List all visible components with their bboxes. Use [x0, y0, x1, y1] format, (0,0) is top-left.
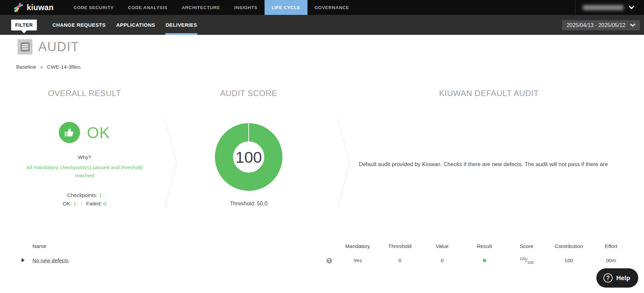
threshold-value: 50.0 — [257, 201, 267, 206]
tab-change-requests[interactable]: CHANGE REQUESTS — [47, 15, 111, 35]
checkpoints-value: 1 — [99, 192, 102, 198]
breadcrumb-current: CWE-14-3files — [47, 64, 81, 70]
threshold-label: Threshold: — [230, 201, 255, 206]
table-header-row: Name Mandatory Threshold Value Result Sc… — [14, 241, 639, 252]
overall-reason: All mandatory checkpoint(s) passed and t… — [26, 163, 143, 180]
overall-result-heading: OVERALL RESULT — [10, 89, 159, 98]
checkpoints-label: Checkpoints: — [67, 192, 98, 198]
date-range-value: 2025/04/13 - 2025/05/12 — [567, 22, 625, 28]
user-name-redacted — [583, 5, 623, 10]
cell-contribution: 100 — [548, 257, 590, 264]
question-circle-icon — [603, 273, 613, 283]
score-denominator: 100 — [527, 261, 534, 265]
checkpoint-name-link[interactable]: No new defects — [32, 257, 69, 263]
column-header-score: Score — [505, 243, 548, 249]
thumbs-up-icon — [59, 122, 80, 143]
nav-item-life-cycle[interactable]: LIFE CYCLE — [265, 0, 307, 15]
date-range-dropdown[interactable]: 2025/04/13 - 2025/05/12 — [562, 20, 640, 30]
section-separator-chevron — [337, 118, 351, 209]
overall-status-text: OK — [87, 123, 110, 142]
default-audit-heading: KIUWAN DEFAULT AUDIT — [359, 89, 619, 98]
chevron-down-icon — [630, 24, 635, 27]
list-lines-icon — [18, 39, 32, 54]
cell-result — [463, 257, 505, 264]
kiuwan-asterisk-icon — [14, 2, 24, 13]
breadcrumb-parent[interactable]: Baseline — [16, 64, 36, 70]
default-audit-description: Default audit provided by Kiuwan. Checks… — [359, 161, 644, 167]
column-header-mandatory: Mandatory — [337, 243, 379, 249]
checkpoints-table: Name Mandatory Threshold Value Result Sc… — [14, 241, 639, 267]
audit-score-heading: AUDIT SCORE — [181, 89, 316, 98]
cell-effort: 00m — [590, 257, 632, 264]
cell-value: 0 — [421, 257, 463, 264]
checkpoints-line: Checkpoints: 1 — [10, 192, 159, 198]
cell-mandatory: Yes — [337, 257, 379, 264]
page-title-row: AUDIT — [18, 39, 79, 54]
failed-label: Failed: — [86, 201, 102, 206]
table-row: No new defects Yes 0 0 100100 100 00m — [14, 254, 639, 267]
column-header-result: Result — [463, 243, 505, 249]
top-nav-bar: kiuwan CODE SECURITY CODE ANALYSIS ARCHI… — [0, 0, 644, 15]
section-separator-chevron — [164, 118, 178, 209]
column-header-effort: Effort — [590, 243, 632, 249]
failed-value: 0 — [103, 201, 106, 206]
cell-score: 100100 — [505, 257, 548, 265]
ok-failed-line: OK: 1 Failed: 0 — [10, 201, 159, 207]
score-numerator: 100 — [520, 257, 526, 261]
result-pass-icon — [483, 259, 486, 262]
column-header-threshold: Threshold — [379, 243, 421, 249]
filter-button[interactable]: FILTER — [11, 20, 37, 30]
nav-item-insights[interactable]: INSIGHTS — [227, 0, 265, 15]
nav-item-code-security[interactable]: CODE SECURITY — [67, 0, 121, 15]
tab-applications[interactable]: APPLICATIONS — [111, 15, 160, 35]
help-button-label: Help — [616, 274, 630, 282]
help-button[interactable]: Help — [596, 268, 638, 288]
audit-score-value: 100 — [215, 123, 282, 191]
nav-item-code-analysis[interactable]: CODE ANALYSIS — [121, 0, 175, 15]
overall-status: OK — [10, 122, 159, 143]
kiuwan-default-audit-section: KIUWAN DEFAULT AUDIT Default audit provi… — [359, 89, 644, 167]
life-cycle-sub-nav: FILTER CHANGE REQUESTS APPLICATIONS DELI… — [0, 15, 644, 35]
audit-score-donut: 100 — [215, 123, 282, 191]
sub-tabs: CHANGE REQUESTS APPLICATIONS DELIVERIES — [47, 15, 202, 35]
user-account-menu[interactable] — [575, 0, 644, 15]
chevron-down-icon — [629, 6, 634, 9]
column-header-value: Value — [421, 243, 463, 249]
ok-label: OK: — [63, 201, 72, 206]
breadcrumb: Baseline » CWE-14-3files — [16, 64, 81, 70]
audit-score-section: AUDIT SCORE 100 Threshold: 50.0 — [181, 89, 316, 207]
breadcrumb-separator: » — [40, 64, 43, 70]
expand-row-icon[interactable] — [22, 258, 25, 262]
kiuwan-logo[interactable]: kiuwan — [0, 0, 67, 15]
vertical-divider — [81, 201, 81, 206]
tab-deliveries[interactable]: DELIVERIES — [160, 15, 202, 35]
why-label: Why? — [10, 154, 159, 160]
page-title: AUDIT — [38, 40, 79, 54]
nav-item-governance[interactable]: GOVERNANCE — [307, 0, 356, 15]
column-header-contribution: Contribution — [548, 243, 590, 249]
nav-item-architecture[interactable]: ARCHITECTURE — [175, 0, 227, 15]
brand-name: kiuwan — [27, 3, 54, 12]
question-circle-icon[interactable] — [326, 258, 332, 264]
threshold-line: Threshold: 50.0 — [181, 201, 316, 207]
ok-value: 1 — [73, 201, 76, 206]
column-header-name: Name — [32, 243, 322, 249]
overall-result-section: OVERALL RESULT OK Why? All mandatory che… — [10, 89, 159, 207]
cell-threshold: 0 — [379, 257, 421, 264]
